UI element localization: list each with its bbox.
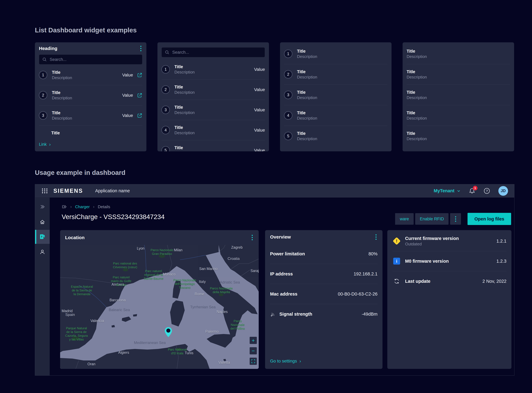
overview-row: Power limitation 80% <box>270 244 378 264</box>
row-value: -49dBm <box>362 312 378 317</box>
tenant-selector[interactable]: MyTenant <box>434 188 461 193</box>
item-number: 3 <box>39 111 47 120</box>
list-item[interactable]: 3 TitleDescription Value <box>162 100 265 120</box>
item-number: 1 <box>39 71 47 79</box>
kebab-menu-icon[interactable] <box>374 233 378 241</box>
breadcrumb-charger[interactable]: Charger <box>75 204 90 209</box>
page-title: VersiCharge - VSSS234293847234 <box>62 213 165 221</box>
item-title: Title <box>297 90 317 94</box>
item-number: 3 <box>284 91 292 99</box>
list-item[interactable]: TitleDescription <box>407 85 510 105</box>
breadcrumb-collapsed-icon[interactable] <box>62 204 67 209</box>
app-header: SIEMENS Application name MyTenant 1 <box>35 184 514 197</box>
map-labels-layer: LyonMilanZagrebCroatiaSan MarinoSarajevo… <box>60 245 259 369</box>
kebab-menu-icon[interactable] <box>139 45 142 52</box>
external-link-icon[interactable] <box>137 113 142 118</box>
item-title: Title <box>407 49 427 53</box>
fullscreen-button[interactable] <box>250 358 257 365</box>
item-title: Title <box>174 65 195 69</box>
map-label-city: Tunis <box>185 351 193 355</box>
overview-row: IP address 192.168.2.1 <box>270 264 378 284</box>
overview-card: Overview Power limitation 80% IP address… <box>265 230 383 369</box>
page-actions: ware Enable RFID Open log files <box>395 213 511 225</box>
list-item[interactable]: TitleDescription <box>407 105 510 126</box>
map-label-city: Palermo <box>205 329 219 334</box>
map-label-sea: Mediterranean Sea <box>134 340 166 345</box>
list-item[interactable]: 3 TitleDescription <box>284 85 388 105</box>
list-item[interactable]: 1 TitleDescription <box>284 44 388 64</box>
list-item[interactable]: 2 TitleDescription <box>284 64 388 85</box>
external-link-icon[interactable] <box>137 72 142 78</box>
item-title: Title <box>51 131 60 134</box>
map-label-city: Rome <box>195 292 204 296</box>
open-log-files-button[interactable]: Open log files <box>468 213 511 225</box>
map-pin-icon <box>165 327 172 338</box>
more-actions-button[interactable] <box>450 213 461 225</box>
list-item[interactable]: 1 TitleDescription Value <box>39 65 142 85</box>
breadcrumb-details: Details <box>98 204 110 209</box>
map-label-sea: Adriatic Sea <box>220 280 240 285</box>
avatar[interactable]: JD <box>498 186 508 196</box>
external-link-icon[interactable] <box>137 93 142 98</box>
widget-card-numbered: 1 TitleDescription 2 TitleDescription 3 … <box>280 42 392 151</box>
item-description: Description <box>297 54 317 59</box>
list-item[interactable]: 3 TitleDescription Value <box>39 105 142 126</box>
widget-rows: 1 TitleDescription Value 2 TitleDescript… <box>158 59 269 151</box>
app-launcher-icon[interactable] <box>41 187 48 194</box>
map-label-city: San Marino <box>199 267 217 271</box>
firmware-row: ! Current firmware version Outdated 1.2.… <box>392 231 507 251</box>
list-item[interactable]: TitleDescription <box>407 64 510 85</box>
map-label-sea: Tyrrhenian Sea <box>190 305 216 309</box>
list-item[interactable]: TitleDescription <box>407 126 510 146</box>
sidebar-item-user[interactable] <box>35 245 50 259</box>
breadcrumb-separator: › <box>93 205 94 209</box>
dashboard-frame: SIEMENS Application name MyTenant 1 <box>35 184 514 376</box>
application-name: Application name <box>95 188 130 193</box>
section-title-usage: Usage example in dashboard <box>35 169 125 177</box>
list-item[interactable]: 4 TitleDescription Value <box>162 120 265 140</box>
map-label-park: Parco Nazionale Gran Paradiso <box>151 248 173 256</box>
row-status: Outdated <box>405 242 459 246</box>
list-item[interactable]: 4 TitleDescription <box>284 105 388 126</box>
list-item-clipped[interactable]: Title <box>39 126 142 134</box>
item-value: Value <box>122 93 133 98</box>
item-description: Description <box>174 90 195 94</box>
row-label: IP address <box>270 271 293 276</box>
sidebar-item-charger[interactable] <box>35 230 50 244</box>
list-item[interactable]: TitleDescription <box>407 44 510 64</box>
search-input[interactable]: Search... <box>39 54 142 64</box>
sidebar-item-home[interactable] <box>35 215 50 229</box>
list-item[interactable]: 2 TitleDescription Value <box>39 85 142 105</box>
widget-card-plain: TitleDescription TitleDescription TitleD… <box>403 42 514 151</box>
search-input[interactable]: Search... <box>162 47 265 57</box>
svg-text:?: ? <box>486 189 488 193</box>
item-number: 2 <box>162 85 170 94</box>
help-button[interactable]: ? <box>483 187 490 194</box>
truncated-firmware-button[interactable]: ware <box>395 213 414 225</box>
kebab-menu-icon[interactable] <box>251 234 254 241</box>
map-label-park: Parco Nazionale dell'Arcipelago Toscano <box>173 278 196 290</box>
widget-rows: 1 TitleDescription Value 2 TitleDescript… <box>35 65 146 134</box>
sidebar-expand-button[interactable] <box>35 200 50 214</box>
widget-heading: Heading <box>39 46 57 51</box>
go-to-settings-link[interactable]: Go to settings › <box>270 359 301 364</box>
footer-link[interactable]: Link <box>39 142 47 147</box>
item-number: 1 <box>284 50 292 58</box>
list-item[interactable]: 1 TitleDescription Value <box>162 59 265 79</box>
list-item[interactable]: 2 TitleDescription Value <box>162 79 265 100</box>
map[interactable]: LyonMilanZagrebCroatiaSan MarinoSarajevo… <box>60 245 259 369</box>
map-label-park: Parque Natural de la Sierra de Cazorla, … <box>65 326 88 341</box>
item-description: Description <box>297 75 317 79</box>
notifications-button[interactable]: 1 <box>469 188 475 194</box>
list-item[interactable]: 5 TitleDescription Value <box>162 140 265 151</box>
item-description: Description <box>52 116 72 120</box>
item-title: Title <box>174 126 195 130</box>
breadcrumb: › Charger › Details <box>62 204 110 209</box>
list-item[interactable]: 5 TitleDescription <box>284 126 388 146</box>
zoom-out-button[interactable]: − <box>250 347 257 354</box>
breadcrumb-separator: › <box>70 205 72 209</box>
link-label: Go to settings <box>270 359 297 364</box>
enable-rfid-button[interactable]: Enable RFID <box>415 213 449 225</box>
zoom-in-button[interactable]: + <box>250 337 257 344</box>
card-title: Overview <box>270 234 291 240</box>
